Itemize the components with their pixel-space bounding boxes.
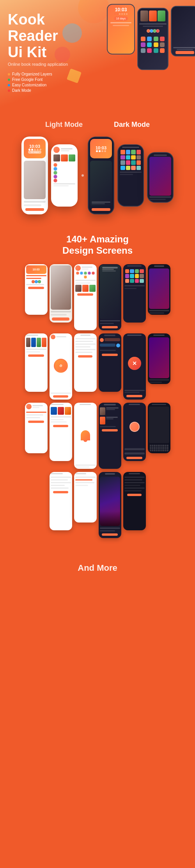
screen-dark-horror2 [148,333,170,384]
screen-light-timer: 10:03 [25,264,48,315]
light-phone-1: 10:03 16 days [21,137,48,214]
screen-dark-cover [99,472,121,538]
blob-decoration-3 [55,47,70,62]
dp-orange-header-1: 10:03 [90,139,112,158]
blob-decoration-2 [62,23,82,43]
bullet-4 [8,89,10,92]
hero-phones: 10:03 16 days [107,4,195,70]
screen-dark-keyboard [148,403,170,453]
screen-dark-booklist [99,403,121,469]
screen-dark-x: ✕ [123,333,146,400]
mode-avatar-row [53,163,75,182]
dark-phone-3 [147,152,174,203]
hero-subtitle: Online book reading application [8,62,70,67]
light-phone-2 [51,144,78,207]
screens-row-1: 10:03 [4,264,191,330]
bullet-2 [8,79,10,81]
screens-title: 140+ Amazing Design Screens [4,234,191,256]
app-icon-grid [139,35,167,54]
screen-dark-horror [148,264,170,315]
hero-phone-3 [171,6,195,56]
feature-item-1: Fully Organized Layers [8,72,70,76]
bullet-3 [8,84,10,86]
dot-4 [121,13,123,15]
screen-light-settings [74,472,97,523]
feature-item-4: Dark Mode [8,88,70,93]
screen-light-collection [50,403,72,461]
light-mode-label: Light Mode [45,121,83,129]
feature-item-3: Easy Customization [8,83,70,87]
screens-row-4 [4,472,191,538]
dark-phone-2 [117,144,144,207]
screen-dark-chat [99,333,121,392]
phone-dots [114,13,128,15]
phone-badge: 16 days [114,16,128,21]
screen-light-timer2: ⏱ [50,333,72,400]
screen-light-stats [25,403,48,453]
mode-phones-container: 10:03 16 days [4,137,191,214]
dot-5 [124,13,125,15]
and-more-text: And More [4,563,191,573]
screen-light-welcome [50,264,72,323]
screen-dark-murder [99,264,121,330]
hero-phone-1: 10:03 16 days [107,4,135,54]
screens-row-3 [4,403,191,469]
feature-item-2: Free Google Font [8,77,70,82]
dark-phone-1: 10:03 [88,137,114,214]
screens-row-2: ⏱ [4,333,191,400]
screen-dark-reading [123,472,146,530]
mode-labels: Light Mode Dark Mode [4,121,191,129]
screen-dark-appgrid [123,264,146,323]
hero-phone-2 [137,8,168,70]
profile-visual [124,407,145,447]
screen-light-profile [74,264,97,330]
bullet-1 [8,73,10,75]
screens-section: 140+ Amazing Design Screens 10:03 [0,222,195,549]
lp-orange-header-1: 10:03 16 days [24,139,46,158]
screen-dark-editprofile [123,403,146,461]
and-more-section: And More [0,549,195,589]
dot-2 [117,13,118,15]
dark-appgrid [120,149,142,171]
dark-mode-label: Dark Mode [114,121,150,129]
mode-section: Light Mode Dark Mode 10:03 16 days [0,109,195,222]
dot-6 [126,13,128,15]
screen-light-notifications [74,403,97,469]
mode-divider [81,174,85,177]
keyboard-visual [149,444,169,452]
hero-features-list: Fully Organized Layers Free Google Font … [8,72,70,93]
screen-light-collections [50,472,72,530]
dot-1 [114,13,116,15]
phone-time-display: 10:03 [115,7,127,12]
screen-light-purchased [25,333,48,392]
blob-decoration-1 [78,0,109,23]
hero-section: Kook Reader Ui Kit Online book reading a… [0,0,195,109]
screen-light-reading [74,333,97,392]
dot-3 [119,13,121,15]
bell-visual [75,407,96,464]
